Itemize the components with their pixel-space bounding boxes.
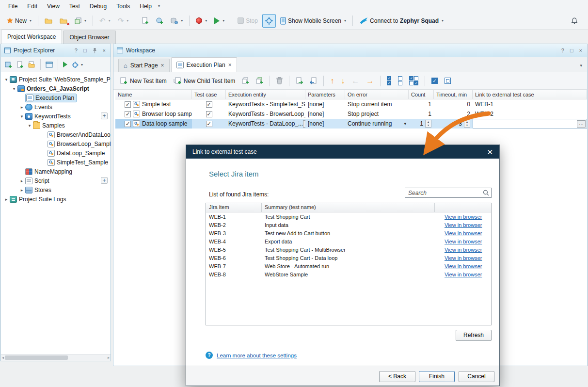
show-in-window-button[interactable]: [44, 58, 54, 71]
view-in-browser-link[interactable]: View in browser: [445, 230, 482, 236]
debug-selected-button[interactable]: ▾: [70, 58, 84, 71]
help-icon[interactable]: ?: [73, 48, 79, 53]
help-icon[interactable]: ?: [560, 48, 566, 53]
menu-tools[interactable]: Tools: [112, 1, 134, 12]
column-header-summary[interactable]: Summary (test name): [262, 203, 435, 212]
float-panel-icon[interactable]: □: [569, 48, 575, 53]
parameters-value[interactable]: [none]: [308, 120, 324, 127]
jira-item-row[interactable]: WEB-1 Test Shopping Cart View in browser: [206, 212, 491, 221]
new-test-item-button[interactable]: New Test Item: [117, 74, 169, 88]
duplicate-test-item-button[interactable]: [254, 74, 266, 88]
tree-item-browserloop[interactable]: BrowserLoop_Sample: [1, 139, 111, 148]
tab-project-workspace[interactable]: Project Workspace: [1, 30, 62, 44]
finish-button[interactable]: Finish: [419, 371, 455, 382]
move-left-button[interactable]: ←: [349, 74, 362, 88]
tree-item-project-suite-logs[interactable]: ▸ Project Suite Logs: [1, 194, 111, 204]
undo-dropdown-icon[interactable]: ▾: [109, 18, 111, 23]
parameters-value[interactable]: [none]: [308, 101, 324, 108]
row-checkbox[interactable]: [125, 121, 131, 127]
move-down-button[interactable]: ↓: [338, 74, 347, 88]
test-case-checkbox[interactable]: [206, 121, 212, 127]
new-dropdown-icon[interactable]: ▾: [30, 18, 32, 23]
collapse-arrow-icon[interactable]: ▾: [26, 123, 33, 128]
add-new-project-item-button[interactable]: [3, 58, 14, 71]
tree-item-namemapping[interactable]: NameMapping: [1, 167, 111, 176]
tree-item-stores[interactable]: ▸ Stores: [1, 185, 111, 194]
test-item-row[interactable]: Simple test KeywordTests - SimpleTest_Sa…: [115, 99, 587, 109]
column-header-on-error[interactable]: On error: [345, 90, 409, 99]
count-value[interactable]: 1: [428, 111, 431, 117]
show-mobile-screen-button[interactable]: Show Mobile Screen ▾: [277, 14, 349, 28]
close-tab-icon[interactable]: ×: [161, 62, 164, 69]
tab-start-page[interactable]: ⌂ Start Page ×: [118, 59, 170, 72]
count-value[interactable]: 1: [428, 101, 431, 108]
new-child-test-item-button[interactable]: New Child Test Item: [171, 74, 238, 88]
test-item-row-selected[interactable]: Data loop sample KeywordTests - DataLoop…: [115, 119, 587, 129]
tree-item-dataloop[interactable]: DataLoop_Sample: [1, 148, 111, 158]
on-error-value[interactable]: Stop project: [348, 111, 379, 117]
view-in-browser-link[interactable]: View in browser: [445, 272, 482, 277]
tree-item-script[interactable]: ▸ Script +: [1, 176, 111, 185]
save-dropdown-icon[interactable]: ▾: [84, 18, 86, 23]
column-header-count[interactable]: Count: [409, 90, 434, 99]
redo-button[interactable]: ↷ ▾: [115, 14, 132, 28]
move-right-button[interactable]: →: [364, 74, 376, 88]
invert-checks-button[interactable]: ✓✓: [407, 74, 421, 88]
jira-item-row[interactable]: WEB-8 WebStore Sample View in browser: [206, 270, 491, 278]
count-value[interactable]: 1: [420, 120, 423, 127]
import-items-button[interactable]: [307, 74, 319, 88]
menu-file[interactable]: File: [4, 1, 22, 12]
record-dropdown-icon[interactable]: ▾: [205, 18, 207, 23]
expand-arrow-icon[interactable]: ▸: [18, 178, 25, 183]
column-header-jira-item[interactable]: Jira item: [206, 203, 262, 212]
menu-help[interactable]: Help: [135, 1, 156, 12]
jira-item-row[interactable]: WEB-2 Input data View in browser: [206, 221, 491, 229]
scroll-left-icon[interactable]: ◂: [2, 355, 4, 360]
tree-item-project-suite[interactable]: ▾ Project Suite 'WebStore_Sample_Proje..…: [1, 75, 111, 84]
jira-search-input[interactable]: [405, 188, 492, 198]
menu-debug[interactable]: Debug: [85, 1, 111, 12]
add-new-item-button[interactable]: [139, 14, 152, 28]
copy-test-item-button[interactable]: [239, 74, 252, 88]
column-header-parameters[interactable]: Parameters: [305, 90, 345, 99]
tree-item-samples[interactable]: ▾ Samples: [1, 121, 111, 130]
column-header-name[interactable]: Name: [115, 90, 192, 99]
scrollbar-thumb[interactable]: [5, 355, 68, 360]
menu-test[interactable]: Test: [65, 1, 84, 12]
column-header-link[interactable]: Link to external test case: [473, 90, 587, 99]
view-in-browser-link[interactable]: View in browser: [445, 255, 482, 261]
close-tab-icon[interactable]: ×: [228, 62, 232, 68]
external-link-value[interactable]: WEB-1: [475, 101, 493, 108]
check-all-items-button[interactable]: ✓✓: [384, 74, 394, 88]
count-spinner[interactable]: ▲▼: [425, 120, 431, 128]
dialog-title-bar[interactable]: Link to external test case ✕: [186, 145, 499, 159]
tree-item-browseranddataloop[interactable]: BrowserAndDataLoop_: [1, 130, 111, 139]
scroll-right-icon[interactable]: ▸: [108, 355, 110, 360]
jira-item-row[interactable]: WEB-4 Export data View in browser: [206, 237, 491, 245]
test-item-row[interactable]: Browser loop sample KeywordTests - Brows…: [115, 109, 587, 119]
cancel-button[interactable]: Cancel: [459, 371, 494, 382]
dropdown-icon[interactable]: ▾: [404, 121, 406, 126]
collapse-arrow-icon[interactable]: ▾: [3, 77, 10, 82]
add-script-icon[interactable]: +: [101, 177, 108, 184]
back-button[interactable]: < Back: [379, 371, 415, 382]
connect-zephyr-button[interactable]: Connect to Zephyr Squad ▾: [356, 14, 446, 28]
execution-entity-value[interactable]: KeywordTests - BrowserLoop_...: [228, 111, 305, 117]
expand-arrow-icon[interactable]: ▸: [18, 105, 25, 110]
tree-item-events[interactable]: ▸ Events: [1, 102, 111, 112]
view-in-browser-link[interactable]: View in browser: [445, 214, 482, 220]
notifications-button[interactable]: [568, 14, 581, 28]
tab-list-chevron-icon[interactable]: ▾: [580, 63, 582, 68]
jira-item-row[interactable]: WEB-3 Test new Add to Cart button View i…: [206, 229, 491, 237]
dialog-close-icon[interactable]: ✕: [487, 148, 493, 156]
run-button[interactable]: ▾: [211, 14, 227, 28]
open-button[interactable]: [42, 14, 55, 28]
view-in-browser-link[interactable]: View in browser: [445, 247, 482, 253]
export-items-button[interactable]: [293, 74, 305, 88]
uncheck-all-items-button[interactable]: [396, 74, 405, 88]
add-new-file-button[interactable]: [15, 58, 25, 71]
collapse-arrow-icon[interactable]: ▾: [11, 86, 17, 91]
view-in-browser-link[interactable]: View in browser: [445, 263, 482, 269]
collapse-arrow-icon[interactable]: ▾: [18, 114, 25, 119]
external-link-value[interactable]: WEB-2: [475, 111, 493, 117]
